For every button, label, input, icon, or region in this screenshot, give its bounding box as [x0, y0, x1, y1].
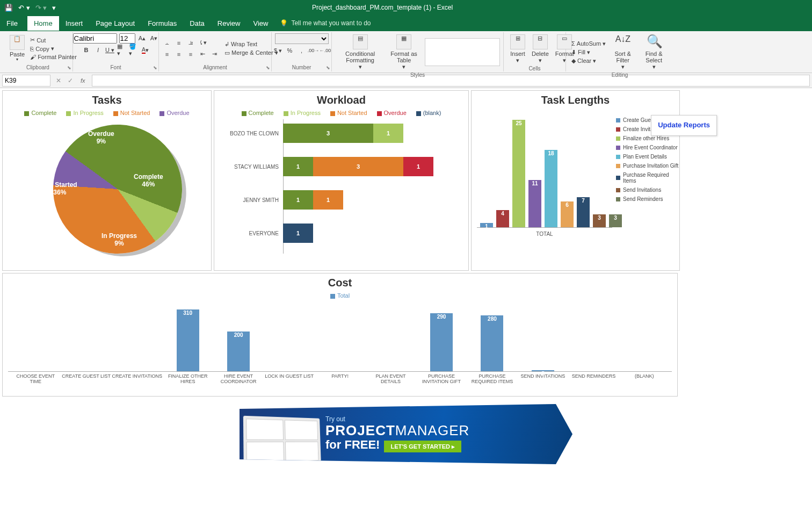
cell-styles-gallery[interactable]: [425, 38, 500, 66]
legend-item: Send Invitations: [616, 185, 682, 194]
increase-decimal-icon[interactable]: .00→: [309, 46, 318, 55]
font-size-combo[interactable]: [119, 33, 135, 44]
clear-button[interactable]: ◆Clear ▾: [569, 57, 608, 65]
fill-color-button[interactable]: 🪣▾: [129, 45, 139, 55]
chart-tasks[interactable]: Tasks Complete In Progress Not Started O…: [2, 90, 212, 271]
vbar-chart: 3102002902805: [8, 302, 672, 372]
insert-cells-button[interactable]: ⊞Insert▾: [507, 33, 528, 64]
fill-button[interactable]: ⬇Fill ▾: [569, 48, 608, 56]
increase-indent-icon[interactable]: ⇥: [209, 49, 219, 59]
conditional-formatting-button[interactable]: ▤Conditional Formatting ▾: [335, 33, 385, 71]
align-center-icon[interactable]: ≡: [174, 49, 184, 59]
paste-icon: 📋: [10, 35, 25, 50]
copy-button[interactable]: ⎘Copy ▾: [28, 45, 79, 53]
percent-format-icon[interactable]: %: [285, 46, 295, 55]
hbar-row: EVERYONE1: [283, 219, 463, 247]
redo-icon[interactable]: ↷ ▾: [35, 4, 47, 12]
hbar-row: BOZO THE CLOWN31: [283, 119, 463, 147]
bar: 310: [162, 304, 213, 371]
tab-review[interactable]: Review: [211, 16, 247, 31]
number-dialog-launcher[interactable]: ⬊: [326, 65, 330, 70]
tab-page-layout[interactable]: Page Layout: [89, 16, 141, 31]
comma-format-icon[interactable]: ,: [297, 46, 307, 55]
chart-workload[interactable]: Workload Complete In Progress Not Starte…: [214, 90, 469, 271]
qat-customize-icon[interactable]: ▾: [52, 4, 56, 12]
bar: 11: [528, 174, 541, 227]
clipboard-dialog-launcher[interactable]: ⬊: [67, 65, 71, 70]
stacked-hbar-chart: BOZO THE CLOWN31STACY WILLIAMS131JENNY S…: [220, 119, 463, 254]
borders-button[interactable]: ▦ ▾: [117, 45, 127, 55]
alignment-dialog-launcher[interactable]: ⬊: [266, 65, 270, 70]
title-bar: 💾 ↶ ▾ ↷ ▾ ▾ Project_dashboard_PM.com_tem…: [0, 0, 812, 15]
tab-file[interactable]: File: [0, 16, 27, 31]
enter-formula-icon[interactable]: ✓: [64, 77, 76, 84]
bar-segment: 3: [313, 157, 403, 176]
save-icon[interactable]: 💾: [4, 4, 13, 12]
tab-formulas[interactable]: Formulas: [141, 16, 183, 31]
font-name-combo[interactable]: [73, 33, 117, 44]
fx-icon[interactable]: fx: [76, 77, 90, 84]
tab-home[interactable]: Home: [27, 16, 59, 31]
y-axis-label: BOZO THE CLOWN: [220, 131, 279, 136]
bar: 3: [593, 208, 606, 227]
bar: 7: [577, 191, 590, 227]
font-dialog-launcher[interactable]: ⬊: [153, 65, 157, 70]
group-alignment: ⫠ ≡ ⫡ ⤹▾ ≡ ≡ ≡ ⇤ ⇥ ↲Wrap Text ▭Merge & C…: [159, 32, 272, 71]
bar: 18: [545, 144, 557, 227]
align-middle-icon[interactable]: ≡: [174, 38, 184, 48]
search-icon: 🔍: [647, 34, 662, 49]
legend-item: Plan Event Details: [616, 152, 682, 161]
decrease-font-icon[interactable]: A▾: [149, 34, 159, 44]
delete-cells-button[interactable]: ⊟Delete▾: [528, 33, 552, 64]
format-as-table-button[interactable]: ▦Format as Table ▾: [385, 33, 423, 71]
align-top-icon[interactable]: ⫠: [162, 38, 172, 48]
data-label: 11: [532, 181, 538, 186]
format-painter-button[interactable]: 🖌Format Painter: [28, 53, 79, 61]
name-box[interactable]: [2, 75, 50, 87]
promo-banner[interactable]: Try out PROJECTMANAGER for FREE!LET'S GE…: [240, 404, 572, 464]
update-reports-button[interactable]: Update Reports: [651, 115, 717, 136]
x-axis-label: FINALIZE OTHER HIRES: [162, 374, 213, 385]
chart-task-lengths[interactable]: Task Lengths 142511186733 TOTAL Create G…: [471, 90, 680, 271]
underline-button[interactable]: U ▾: [105, 45, 115, 55]
chart-legend: Complete In Progress Not Started Overdue: [8, 110, 206, 116]
tab-insert[interactable]: Insert: [59, 16, 90, 31]
group-clipboard: 📋 Paste▾ ✂Cut ⎘Copy ▾ 🖌Format Painter Cl…: [3, 32, 73, 71]
fill-down-icon: ⬇: [571, 49, 576, 56]
align-bottom-icon[interactable]: ⫡: [186, 38, 195, 48]
paste-button[interactable]: 📋 Paste▾: [6, 34, 28, 63]
decrease-indent-icon[interactable]: ⇤: [198, 49, 207, 59]
align-left-icon[interactable]: ≡: [162, 49, 172, 59]
chart-cost[interactable]: Cost Total 3102002902805 CHOOSE EVENT TI…: [2, 273, 678, 397]
merge-icon: ▭: [224, 49, 230, 56]
cancel-formula-icon[interactable]: ✕: [53, 77, 64, 84]
accounting-format-icon[interactable]: $ ▾: [273, 46, 283, 55]
tab-view[interactable]: View: [247, 16, 274, 31]
decrease-decimal-icon[interactable]: ←.00: [321, 46, 330, 55]
pie-label-overdue: Overdue9%: [88, 130, 114, 146]
bar-segment: 1: [403, 157, 433, 176]
undo-icon[interactable]: ↶ ▾: [18, 4, 30, 12]
legend-item: Purchase Required Items: [616, 170, 682, 185]
find-select-button[interactable]: 🔍Find & Select▾: [637, 33, 670, 71]
italic-button[interactable]: I: [93, 45, 103, 55]
tab-data[interactable]: Data: [183, 16, 211, 31]
eraser-icon: ◆: [571, 57, 576, 64]
conditional-icon: ▤: [353, 34, 368, 49]
banner-cta-button[interactable]: LET'S GET STARTED ▸: [384, 441, 461, 452]
tell-me-search[interactable]: 💡 Tell me what you want to do: [274, 19, 371, 27]
x-axis-label: CHOOSE EVENT TIME: [10, 374, 61, 385]
data-label: 200: [234, 332, 243, 338]
data-label: 290: [437, 314, 446, 320]
number-format-combo[interactable]: [275, 33, 329, 44]
align-right-icon[interactable]: ≡: [186, 49, 195, 59]
increase-font-icon[interactable]: A▴: [137, 34, 147, 44]
bold-button[interactable]: B: [82, 45, 91, 55]
x-axis-label: PURCHASE INVITATION GIFT: [416, 374, 467, 385]
group-editing: Σ AutoSum ▾ ⬇Fill ▾ ◆Clear ▾ A↓ZSort & F…: [566, 32, 673, 71]
cut-button[interactable]: ✂Cut: [28, 36, 79, 44]
sort-filter-button[interactable]: A↓ZSort & Filter▾: [608, 33, 637, 71]
autosum-button[interactable]: Σ AutoSum ▾: [569, 40, 608, 48]
orientation-icon[interactable]: ⤹▾: [198, 38, 207, 48]
font-color-button[interactable]: A▾: [141, 45, 150, 55]
